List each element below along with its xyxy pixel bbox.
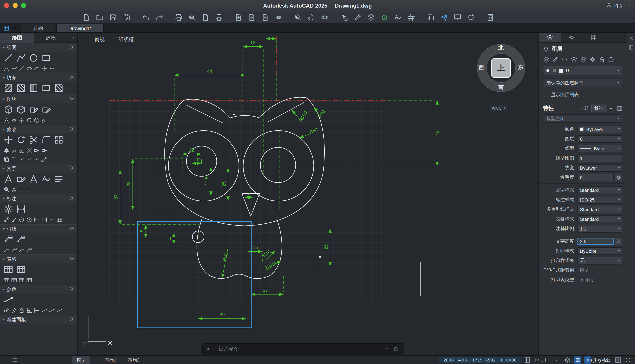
superhatch-icon[interactable] [54,83,64,93]
palette-list-icon[interactable] [12,357,18,362]
select-similar-icon[interactable] [340,13,348,21]
command-tools-icon[interactable] [394,346,399,352]
remove-leader-icon[interactable] [11,247,17,253]
dwg-in-icon[interactable] [234,13,242,21]
compass-north-label[interactable]: 北 [497,44,505,52]
layer-state-dropdown[interactable]: 未保存的图层状态 ▾ [543,78,622,87]
layer-match-icon[interactable] [552,56,559,63]
block-editor-icon[interactable] [34,117,40,124]
import-file-icon[interactable] [261,13,269,21]
3d-rotate-icon[interactable] [467,13,475,21]
set-base-point-icon[interactable] [18,117,25,124]
gear-icon[interactable] [69,166,74,170]
lock-constraint-icon[interactable] [18,307,25,314]
open-folder-icon[interactable] [96,13,104,21]
mirror-icon[interactable] [3,147,10,154]
gear-icon[interactable] [69,316,74,322]
continue-dim-icon[interactable] [41,217,48,223]
gear-toggle[interactable] [624,356,632,363]
coincident-icon[interactable] [3,307,10,314]
rotate-icon[interactable] [16,135,26,145]
baseline-dim-icon[interactable] [34,217,40,223]
collapse-palette-button[interactable]: « [68,35,77,40]
dim-constraint-icon[interactable] [34,307,40,314]
sun-brightness-icon[interactable] [568,34,575,41]
break-icon[interactable] [18,156,25,162]
layers-tab-icon[interactable] [546,34,553,41]
spline-icon[interactable] [11,66,17,72]
edit-text-icon[interactable] [16,174,26,184]
add-leader-icon[interactable] [3,247,10,253]
layer-freeze-icon[interactable]: ☀ [552,68,556,73]
circle-icon[interactable] [28,53,39,63]
chevron-down-icon[interactable]: ⌄ [628,2,632,7]
erase-icon[interactable] [18,147,25,154]
table-icon[interactable] [3,264,14,274]
trim-icon[interactable] [28,135,39,145]
geometric-constraint-icon[interactable] [3,295,14,305]
diameter-dim-icon[interactable] [26,217,32,223]
batch-plot-icon[interactable] [215,13,223,21]
palette-section-header[interactable]: ▾参数 [0,285,77,294]
orbit-icon[interactable] [321,13,329,21]
layer-freeze-icon[interactable] [589,56,596,63]
sync-attributes-icon[interactable] [26,117,32,124]
view-direction-button[interactable]: 俯视 [94,36,104,43]
explode-icon[interactable] [26,147,32,154]
collect-leaders-icon[interactable] [26,247,32,253]
auto-hide-panel-icon[interactable] [628,36,634,41]
sheet-set-icon[interactable] [427,13,435,21]
minimize-window-button[interactable] [12,3,18,8]
right-panel-tab-sheet-grid[interactable] [582,33,604,42]
linear-dim-icon[interactable] [16,204,26,214]
prop-extra-button[interactable] [615,238,622,245]
prop-extra-button[interactable] [615,174,622,181]
move-icon[interactable] [3,135,14,145]
gear-icon[interactable] [69,75,74,80]
filter-mine-button[interactable]: 我的 [591,104,606,112]
polyline-icon[interactable] [16,53,26,63]
filter-all-button[interactable]: 全部 [580,106,588,111]
isodraft-toggle[interactable]: ▾ [564,356,571,363]
gear-icon[interactable] [69,96,74,101]
snap-mode-toggle[interactable]: ▾ [534,356,541,363]
prop-value-12[interactable]: ByColor▾ [578,247,622,255]
command-input-hint[interactable]: 键入命令 [218,345,239,352]
purge-icon[interactable] [41,117,48,124]
layout2-tab[interactable]: 布局2 [123,356,144,363]
ellipse-icon[interactable] [26,66,32,72]
gear-icon[interactable] [69,256,74,261]
ortho-toggle[interactable] [544,356,551,363]
dim-style-icon[interactable] [3,204,14,214]
perpendicular-icon[interactable] [26,307,32,314]
text-align-icon[interactable] [54,174,64,184]
new-drawing-tab-button[interactable]: + [14,25,16,31]
edit-block-icon[interactable] [41,104,51,114]
align-leaders-icon[interactable] [18,247,25,253]
layer-isolate-icon[interactable] [571,56,578,63]
compass-east-label[interactable]: 东 [516,64,525,71]
insert-block-icon[interactable] [3,104,14,114]
grid-display-toggle[interactable] [524,356,531,363]
hide-constraints-icon[interactable] [56,307,62,314]
aligned-dim-icon[interactable] [3,217,10,223]
selection-type-dropdown[interactable]: 模型空间 ▾ [543,114,622,122]
palette-tab-draw[interactable]: 绘图 [0,33,34,42]
gear-icon[interactable] [69,286,74,291]
center-mark-icon[interactable] [49,217,55,223]
stretch-icon[interactable] [34,147,40,154]
justify-text-icon[interactable] [18,186,25,193]
hash-settings-icon[interactable] [407,13,415,21]
prop-value-6[interactable]: Standard▾ [578,186,622,194]
arc-icon[interactable] [3,66,10,72]
rectangle-icon[interactable] [41,53,51,63]
prop-value-2[interactable]: ByLa...▾ [578,145,622,152]
sheet-grid-icon[interactable] [590,34,596,41]
zoom-window-icon[interactable] [294,13,302,21]
xline-icon[interactable] [18,66,25,72]
gear-icon[interactable] [69,44,74,50]
close-window-button[interactable] [4,3,9,8]
divide-icon[interactable] [49,66,55,72]
save-icon[interactable] [109,13,117,21]
lengthen-icon[interactable] [34,156,40,162]
